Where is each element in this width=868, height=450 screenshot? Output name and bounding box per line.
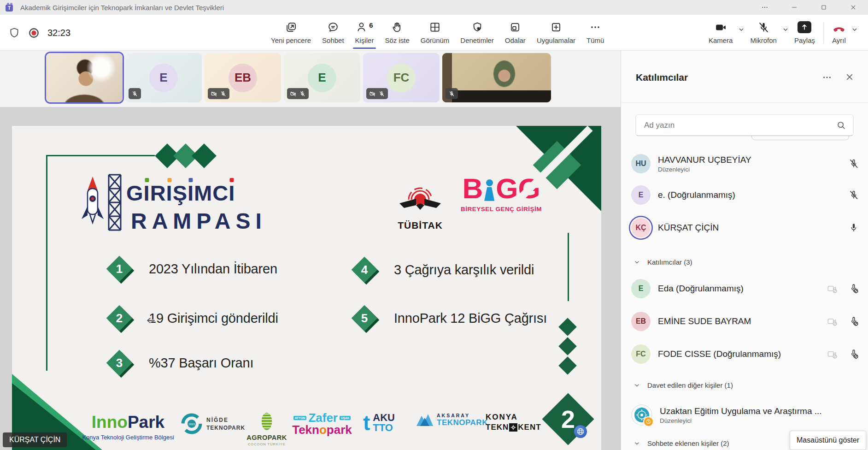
participant-tile[interactable]: E xyxy=(125,53,202,102)
window-title: Akademik Girişimciler için Teknopark İmk… xyxy=(20,4,224,12)
meeting-stage: EEBEFC GIRIŞIMCI xyxy=(0,51,621,450)
security-shield-icon[interactable] xyxy=(8,27,20,39)
cam-blocked-icon[interactable] xyxy=(827,348,839,360)
section-label: Sohbete eklenen kişiler (2) xyxy=(647,439,729,447)
presenter-name-tag: KÜRŞAT ÇİÇİN xyxy=(3,432,67,447)
toolbar-sohbet-button[interactable]: Sohbet xyxy=(317,17,350,49)
window-minimize-icon[interactable] xyxy=(780,0,809,15)
share-icon xyxy=(798,21,811,33)
participants-close-icon[interactable] xyxy=(845,72,854,83)
slide-item: 12023 Yılından İtibaren xyxy=(106,256,277,282)
rocket-icon xyxy=(79,175,106,231)
participant-search-box[interactable] xyxy=(635,114,854,136)
agropark-sub: COCOON TÜRKİYE xyxy=(248,442,286,446)
participant-name: KÜRŞAT ÇİÇİN xyxy=(658,223,719,233)
toolbar-gorunum-button[interactable]: Görünüm xyxy=(415,17,455,49)
toolbar-ayril-button[interactable]: Ayrıl xyxy=(829,17,849,49)
ayril-options-chevron-icon[interactable] xyxy=(849,13,861,46)
participant-avatar: KÇ xyxy=(631,218,651,237)
slide-frame-line-top xyxy=(46,155,155,156)
participant-avatar: EB xyxy=(229,64,257,92)
rooms-icon xyxy=(509,21,521,33)
search-icon[interactable] xyxy=(836,120,847,131)
cam-blocked-icon[interactable] xyxy=(827,315,839,327)
toolbar-right-buttons: KameraMikrofonPaylaşAyrıl xyxy=(706,17,861,49)
toolbar-kisiler-button[interactable]: 6Kişiler xyxy=(350,17,380,49)
toolbar-paylas-label: Paylaş xyxy=(794,36,815,44)
mic-off-icon[interactable] xyxy=(848,189,860,201)
toolbar-kamera-label: Kamera xyxy=(709,36,733,44)
participant-search-input[interactable] xyxy=(643,120,836,130)
zafer-teknopark-logo: AFYONZaferUŞAKTeknopark xyxy=(292,413,352,436)
toolbar-denetimler-button[interactable]: Denetimler xyxy=(455,17,499,49)
language-globe-icon[interactable] xyxy=(574,425,587,438)
slide-decor-line-right xyxy=(568,233,569,301)
mic-blocked-icon[interactable] xyxy=(848,348,860,360)
innopark-logo: InnoParkKonya Teknoloji Geliştirme Bölge… xyxy=(76,413,180,441)
mic-off-icon[interactable] xyxy=(848,158,860,170)
new-window-icon xyxy=(285,21,297,33)
mic-blocked-icon[interactable] xyxy=(848,315,860,327)
toolbar-soz-iste-button[interactable]: Söz iste xyxy=(379,17,415,49)
toolbar-tumu-button[interactable]: Tümü xyxy=(581,17,610,49)
participant-video xyxy=(46,53,123,102)
participant-role: Düzenleyici xyxy=(658,166,751,173)
mikrofon-options-chevron-icon[interactable] xyxy=(780,13,792,46)
cam-off-icon xyxy=(369,90,376,97)
mic-blocked-icon[interactable] xyxy=(848,283,860,295)
item-text: 2023 Yılından İtibaren xyxy=(149,261,277,277)
participants-header: Katılımcılar xyxy=(636,72,688,83)
mic-off-icon xyxy=(131,90,138,97)
cam-off-icon xyxy=(290,90,297,97)
camera-on-icon xyxy=(715,21,727,34)
aksaray-teknopark-logo: AKSARAYTEKNOPARK xyxy=(416,413,485,427)
participant-row[interactable]: Ee. (Doğrulanmamış) xyxy=(631,182,863,208)
toolbar-uygulamalar-button[interactable]: Uygulamalar xyxy=(531,17,581,49)
slide-title-rampasi: RAMPASI xyxy=(131,210,267,232)
participant-name: Eda (Doğrulanmamış) xyxy=(658,284,744,294)
mic-off-bold-icon xyxy=(757,21,770,34)
participant-tile[interactable]: EB xyxy=(205,53,281,102)
toolbar-paylas-button[interactable]: Paylaş xyxy=(792,17,818,49)
mic-on-icon[interactable] xyxy=(848,222,860,234)
video-filmstrip: EEBEFC xyxy=(0,51,621,107)
participant-row[interactable]: HUHAVVANUR UÇBEYİAYDüzenleyici xyxy=(631,151,863,177)
window-more-icon[interactable] xyxy=(750,0,780,15)
toolbar-mikrofon-button[interactable]: Mikrofon xyxy=(747,17,780,49)
kamera-options-chevron-icon[interactable] xyxy=(735,13,747,46)
participant-name: HAVVANUR UÇBEYİAY xyxy=(658,155,751,165)
participant-name: EMİNE SUDE BAYRAM xyxy=(658,316,751,326)
toolbar-odalar-button[interactable]: Odalar xyxy=(499,17,531,49)
participant-tile[interactable] xyxy=(442,53,551,102)
mic-off-icon xyxy=(220,90,227,97)
participant-role: Düzenleyici xyxy=(660,417,822,424)
toolbar-soz-iste-label: Söz iste xyxy=(385,36,409,44)
window-maximize-icon[interactable] xyxy=(809,0,839,15)
organization-avatar xyxy=(631,404,652,426)
toolbar-sohbet-label: Sohbet xyxy=(322,36,344,44)
chat-icon xyxy=(327,21,339,33)
participant-tile[interactable] xyxy=(46,53,123,102)
section-header[interactable]: Katılımcılar (3) xyxy=(633,253,863,271)
participant-row[interactable]: FCFODE CISSE (Doğrulanmamış) xyxy=(631,341,863,367)
participant-row[interactable]: EBEMİNE SUDE BAYRAM xyxy=(631,308,863,334)
participant-avatar: E xyxy=(308,64,336,92)
toolbar-kamera-button[interactable]: Kamera xyxy=(706,17,736,49)
section-header[interactable]: Davet edilen diğer kişiler (1) xyxy=(633,376,863,394)
cam-blocked-icon[interactable] xyxy=(827,283,839,295)
participants-more-icon[interactable] xyxy=(822,72,832,83)
participant-tile[interactable]: FC xyxy=(363,53,440,102)
participant-tile[interactable]: E xyxy=(284,53,360,102)
window-titlebar: T Akademik Girişimciler için Teknopark İ… xyxy=(0,0,868,15)
tile-status-badge xyxy=(366,88,388,99)
participant-name: Uzaktan Eğitim Uygulama ve Araştırma ... xyxy=(660,406,822,416)
chevron-down-icon xyxy=(633,439,641,447)
window-close-icon[interactable] xyxy=(839,0,868,15)
section-label: Davet edilen diğer kişiler (1) xyxy=(647,381,733,389)
slide-item: 3%37 Başarı Oranı xyxy=(106,350,253,376)
meeting-timer: 32:23 xyxy=(47,28,70,38)
participant-row[interactable]: KÇKÜRŞAT ÇİÇİN xyxy=(631,215,863,241)
participant-row[interactable]: EEda (Doğrulanmamış) xyxy=(631,276,863,302)
toolbar-yeni-pencere-button[interactable]: Yeni pencere xyxy=(265,17,317,49)
participant-row[interactable]: Uzaktan Eğitim Uygulama ve Araştırma ...… xyxy=(631,402,863,428)
